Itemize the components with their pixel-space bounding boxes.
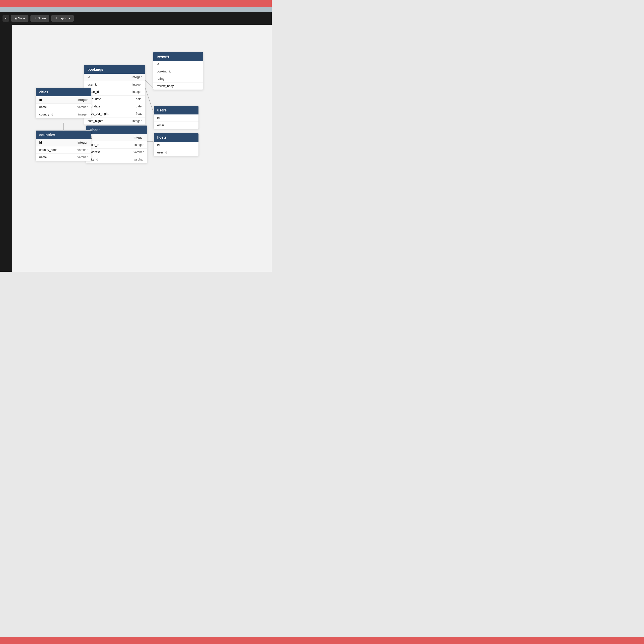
cities-header: cities	[36, 88, 91, 96]
save-icon: ⊞	[15, 17, 17, 20]
chevron-down-icon: ▾	[5, 17, 7, 20]
main-area: ‹ , but with ac bookings idinteger	[0, 25, 272, 272]
table-reviews[interactable]: reviews id booking_id rating review_body	[153, 52, 203, 90]
hosts-row-user_id: user_id	[154, 149, 198, 156]
bookings-row-user_id: user_idinteger	[84, 81, 145, 88]
reviews-row-booking_id: booking_id	[153, 68, 203, 75]
places-row-city_id: city_idvarchar	[86, 156, 147, 163]
cities-row-name: namevarchar	[36, 104, 91, 111]
users-row-email: email	[154, 122, 198, 129]
save-button[interactable]: ⊞ Save	[11, 15, 28, 22]
table-bookings[interactable]: bookings idinteger user_idinteger place_…	[84, 65, 145, 125]
places-row-id: idinteger	[86, 134, 147, 141]
canvas[interactable]: bookings idinteger user_idinteger place_…	[12, 25, 272, 272]
svg-line-0	[145, 80, 153, 89]
bookings-row-price: price_per_nightfloat	[84, 110, 145, 117]
toolbar: ▾ ⊞ Save ↗ Share ⬇ Export ▾	[0, 12, 272, 25]
cities-row-country_id: country_idinteger	[36, 111, 91, 118]
bookings-row-start_date: start_datedate	[84, 96, 145, 103]
bookings-row-end_date: end_datedate	[84, 103, 145, 110]
export-chevron-icon: ▾	[69, 17, 70, 20]
second-bar	[0, 7, 272, 12]
countries-row-id: idinteger	[36, 139, 91, 146]
bookings-row-num_nights: num_nightsinteger	[84, 117, 145, 125]
countries-header: countries	[36, 131, 91, 139]
project-dropdown[interactable]: ▾	[3, 15, 9, 22]
table-hosts[interactable]: hosts id user_id	[153, 133, 199, 156]
svg-line-1	[145, 87, 154, 115]
share-button[interactable]: ↗ Share	[30, 15, 49, 22]
share-icon: ↗	[34, 17, 36, 20]
users-header: users	[154, 106, 198, 114]
reviews-row-id: id	[153, 61, 203, 68]
reviews-row-review_body: review_body	[153, 83, 203, 90]
table-places[interactable]: places idinteger host_idinteger addressv…	[86, 125, 147, 163]
bookings-row-place_id: place_idinteger	[84, 88, 145, 96]
reviews-header: reviews	[153, 52, 203, 61]
sidebar: ‹ , but with ac	[0, 25, 12, 272]
places-header: places	[86, 126, 147, 134]
top-bar	[0, 0, 272, 7]
hosts-row-id: id	[154, 142, 198, 149]
countries-row-country_code: country_codevarchar	[36, 146, 91, 154]
bookings-row-id: idinteger	[84, 74, 145, 81]
places-row-address: addressvarchar	[86, 149, 147, 156]
export-button[interactable]: ⬇ Export ▾	[51, 15, 74, 22]
hosts-header: hosts	[154, 133, 198, 142]
countries-row-name: namevarchar	[36, 154, 91, 161]
reviews-row-rating: rating	[153, 75, 203, 83]
bookings-header: bookings	[84, 65, 145, 74]
places-row-host_id: host_idinteger	[86, 141, 147, 149]
table-cities[interactable]: cities idinteger namevarchar country_idi…	[35, 88, 91, 118]
table-users[interactable]: users id email	[153, 106, 199, 129]
users-row-id: id	[154, 114, 198, 122]
export-icon: ⬇	[55, 17, 57, 20]
table-countries[interactable]: countries idinteger country_codevarchar …	[35, 130, 91, 161]
cities-row-id: idinteger	[36, 96, 91, 104]
